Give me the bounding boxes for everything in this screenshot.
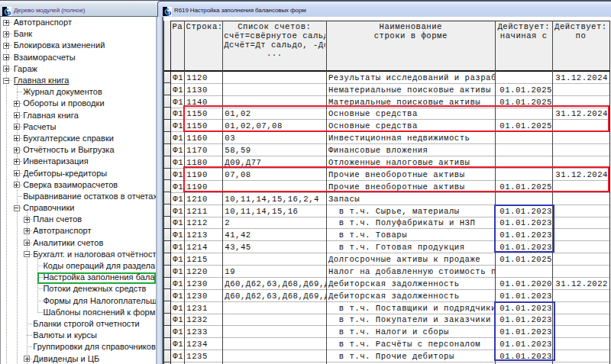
svg-text:p: p bbox=[167, 8, 172, 16]
svg-text:p: p bbox=[7, 8, 11, 16]
